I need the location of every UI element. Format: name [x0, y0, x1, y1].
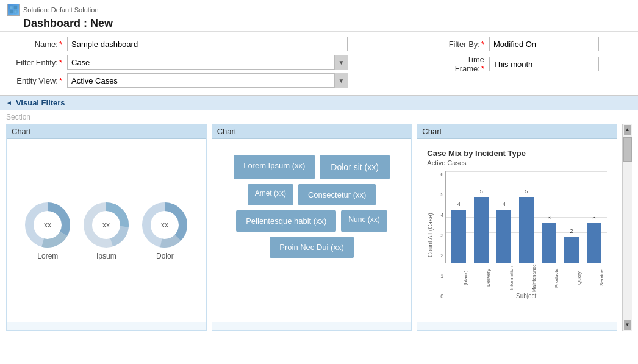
collapse-icon: ◄ [6, 99, 12, 106]
bar-information-inner: 4 [496, 210, 511, 263]
bar-chart-inner: 6 5 4 3 2 1 0 [437, 171, 607, 299]
bar-blank-inner: 4 [451, 210, 466, 263]
donuts-row: xx Lorem xx Ipsum [23, 201, 189, 260]
bar-blank: 4 [448, 174, 469, 263]
y-tick-5: 5 [440, 191, 443, 198]
solution-label: Solution: Default Solution [7, 4, 631, 16]
scrollbar-up[interactable]: ▲ [624, 125, 631, 135]
scrollbar-down[interactable]: ▼ [624, 320, 631, 330]
page-title: Dashboard : New [7, 17, 631, 30]
tag-proin: Proin Nec Dui (xx) [270, 237, 353, 258]
bar-delivery-inner: 5 [474, 197, 489, 263]
donut-container: xx Lorem xx Ipsum [13, 201, 200, 260]
bars-column: 4 5 [445, 171, 607, 299]
bar-products-inner: 3 [542, 223, 556, 263]
svg-text:xx: xx [161, 221, 168, 229]
chart-panel-3: Chart Case Mix by Incident Type Active C… [417, 124, 617, 331]
y-tick-1: 1 [440, 273, 443, 279]
bar-information-bar [496, 210, 511, 263]
section-label: Section [0, 110, 638, 124]
donut-svg-lorem: xx [23, 201, 72, 249]
bar-service-inner: 3 [587, 223, 601, 263]
y-tick-2: 2 [440, 252, 443, 259]
x-label-blank: (blank) [448, 265, 468, 291]
bar-service: 3 [584, 174, 604, 263]
chart-panel-2: Chart Lorem Ipsum (xx) Dolor sit (xx) Am… [212, 124, 412, 331]
filter-by-input[interactable] [489, 37, 599, 51]
bar-query-inner: 2 [564, 237, 579, 263]
svg-rect-3 [14, 10, 17, 13]
chart-1-header: Chart [7, 124, 206, 139]
time-frame-row: Time Frame:* [435, 55, 631, 73]
filter-entity-select[interactable]: Case [67, 55, 348, 70]
tag-cloud: Lorem Ipsum (xx) Dolor sit (xx) Amet (xx… [217, 149, 407, 264]
y-tick-4: 4 [440, 212, 443, 218]
chart-3-header: Chart [417, 124, 617, 139]
y-axis-label: Count All (Case) [427, 171, 437, 299]
donut-label-dolor: Dolor [156, 252, 174, 260]
tag-pellentesque: Pellentesque habit (xx) [236, 210, 336, 232]
bar-chart-area: Count All (Case) 6 5 4 3 2 1 [427, 171, 607, 299]
donut-label-lorem: Lorem [37, 252, 58, 260]
bar-delivery-bar [474, 197, 489, 263]
chart-2-header: Chart [212, 124, 412, 139]
tag-lorem-ipsum: Lorem Ipsum (xx) [234, 155, 315, 179]
bar-information-value: 4 [496, 201, 511, 207]
x-label-information: Information [493, 265, 514, 291]
x-labels: (blank) Delivery Information Maintenance… [445, 265, 607, 291]
time-frame-input[interactable] [489, 57, 599, 71]
bar-blank-bar [451, 210, 466, 263]
tag-row-3: Pellentesque habit (xx) Nunc (xx) [223, 210, 401, 232]
svg-rect-2 [10, 10, 13, 13]
chart-2-body: Lorem Ipsum (xx) Dolor sit (xx) Amet (xx… [212, 139, 412, 322]
bar-query: 2 [561, 174, 582, 263]
svg-text:xx: xx [102, 221, 110, 229]
time-frame-label: Time Frame:* [435, 55, 484, 73]
bar-chart-subtitle: Active Cases [427, 159, 607, 166]
donut-item-lorem: xx Lorem [23, 201, 72, 260]
visual-filters-title: Visual Filters [16, 98, 65, 107]
bar-maintenance-bar [519, 197, 534, 263]
name-label: Name:* [7, 40, 62, 49]
bars-area: 4 5 [445, 171, 607, 263]
x-label-query: Query [561, 265, 582, 291]
bar-information: 4 [493, 174, 514, 263]
chart-with-yticks: 6 5 4 3 2 1 0 [437, 171, 607, 299]
bar-delivery-value: 5 [474, 188, 489, 194]
solution-icon [7, 4, 20, 16]
name-row: Name:* [7, 37, 423, 51]
bar-service-bar [587, 223, 601, 263]
form-right: Filter By:* Time Frame:* [435, 37, 631, 88]
visual-filters-section: ◄ Visual Filters Section Chart xx [0, 95, 638, 337]
tag-amet: Amet (xx) [248, 184, 293, 205]
x-label-maintenance: Maintenance [516, 265, 537, 291]
tag-row-1: Lorem Ipsum (xx) Dolor sit (xx) [223, 155, 401, 179]
bar-blank-value: 4 [451, 201, 466, 207]
donut-item-ipsum: xx Ipsum [82, 201, 131, 260]
tag-nunc: Nunc (xx) [341, 210, 387, 232]
x-label-products: Products [539, 265, 559, 291]
scrollbar-track [623, 163, 632, 319]
filter-by-label: Filter By:* [435, 40, 484, 49]
form-left: Name:* Filter Entity:* Case ▼ Entity Vie… [7, 37, 423, 88]
donut-svg-dolor: xx [140, 201, 189, 249]
entity-view-row: Entity View:* Active Cases ▼ [7, 73, 423, 88]
scrollbar[interactable]: ▲ ▼ [622, 124, 632, 331]
y-tick-3: 3 [440, 232, 443, 238]
bar-products-value: 3 [542, 215, 556, 221]
filter-entity-row: Filter Entity:* Case ▼ [7, 55, 423, 70]
bar-products-bar [542, 223, 556, 263]
charts-container: Chart xx Lorem [0, 124, 638, 337]
name-input[interactable] [67, 37, 348, 51]
bar-maintenance: 5 [516, 174, 537, 263]
scrollbar-thumb[interactable] [623, 137, 632, 162]
svg-text:xx: xx [44, 221, 51, 229]
bar-query-bar [564, 237, 579, 263]
y-tick-6: 6 [440, 171, 443, 177]
bar-products: 3 [539, 174, 559, 263]
svg-rect-0 [10, 6, 13, 9]
donut-item-dolor: xx Dolor [140, 201, 189, 260]
x-axis-title: Subject [445, 293, 607, 299]
entity-view-select[interactable]: Active Cases [67, 73, 348, 88]
visual-filters-header[interactable]: ◄ Visual Filters [0, 96, 638, 110]
